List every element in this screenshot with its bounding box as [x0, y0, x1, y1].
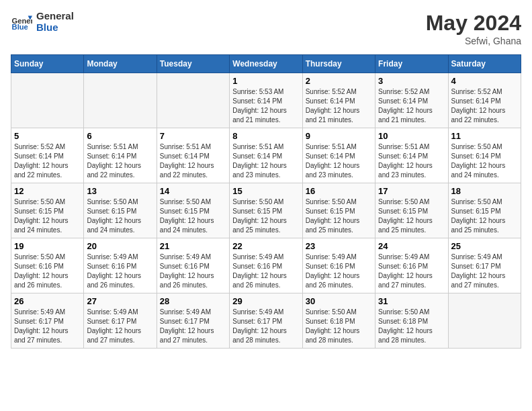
day-info: Sunrise: 5:49 AM Sunset: 6:17 PM Dayligh… — [14, 308, 81, 345]
day-number: 4 — [451, 76, 518, 86]
calendar-cell: 18Sunrise: 5:50 AM Sunset: 6:15 PM Dayli… — [448, 183, 521, 238]
calendar-cell: 17Sunrise: 5:50 AM Sunset: 6:15 PM Dayli… — [375, 183, 448, 238]
calendar-header-row: SundayMondayTuesdayWednesdayThursdayFrid… — [11, 55, 521, 73]
day-number: 15 — [232, 186, 299, 196]
day-info: Sunrise: 5:50 AM Sunset: 6:18 PM Dayligh… — [306, 308, 372, 345]
calendar-cell: 15Sunrise: 5:50 AM Sunset: 6:15 PM Dayli… — [230, 183, 302, 238]
calendar-cell: 31Sunrise: 5:50 AM Sunset: 6:18 PM Dayli… — [375, 293, 448, 349]
title-block: May 2024 Sefwi, Ghana — [426, 11, 521, 46]
day-info: Sunrise: 5:50 AM Sunset: 6:15 PM Dayligh… — [160, 197, 226, 235]
column-header-tuesday: Tuesday — [157, 55, 229, 73]
day-number: 22 — [232, 241, 299, 251]
calendar-cell: 11Sunrise: 5:50 AM Sunset: 6:14 PM Dayli… — [448, 128, 521, 183]
day-number: 23 — [306, 241, 372, 251]
day-info: Sunrise: 5:49 AM Sunset: 6:17 PM Dayligh… — [451, 253, 518, 290]
calendar-week-row: 5Sunrise: 5:52 AM Sunset: 6:14 PM Daylig… — [11, 128, 521, 183]
day-info: Sunrise: 5:51 AM Sunset: 6:14 PM Dayligh… — [232, 142, 299, 180]
day-number: 30 — [306, 296, 372, 306]
calendar-cell: 26Sunrise: 5:49 AM Sunset: 6:17 PM Dayli… — [11, 293, 84, 349]
calendar-cell: 6Sunrise: 5:51 AM Sunset: 6:14 PM Daylig… — [84, 128, 157, 183]
calendar-cell: 8Sunrise: 5:51 AM Sunset: 6:14 PM Daylig… — [230, 128, 302, 183]
day-info: Sunrise: 5:52 AM Sunset: 6:14 PM Dayligh… — [451, 87, 518, 125]
calendar-cell: 25Sunrise: 5:49 AM Sunset: 6:17 PM Dayli… — [448, 238, 521, 293]
day-info: Sunrise: 5:50 AM Sunset: 6:15 PM Dayligh… — [14, 197, 81, 235]
calendar-cell — [448, 293, 521, 349]
day-info: Sunrise: 5:49 AM Sunset: 6:16 PM Dayligh… — [232, 253, 299, 290]
calendar-week-row: 1Sunrise: 5:53 AM Sunset: 6:14 PM Daylig… — [11, 73, 521, 128]
day-info: Sunrise: 5:51 AM Sunset: 6:14 PM Dayligh… — [87, 142, 153, 180]
calendar-cell: 29Sunrise: 5:49 AM Sunset: 6:17 PM Dayli… — [230, 293, 302, 349]
calendar-cell: 21Sunrise: 5:49 AM Sunset: 6:16 PM Dayli… — [157, 238, 229, 293]
day-number: 20 — [87, 241, 153, 251]
day-number: 1 — [232, 76, 299, 86]
day-number: 7 — [160, 131, 226, 141]
page-header: General Blue General Blue May 2024 Sefwi… — [11, 11, 521, 46]
calendar-cell: 4Sunrise: 5:52 AM Sunset: 6:14 PM Daylig… — [448, 73, 521, 128]
day-number: 5 — [14, 131, 81, 141]
day-info: Sunrise: 5:51 AM Sunset: 6:14 PM Dayligh… — [378, 142, 445, 180]
calendar-cell: 23Sunrise: 5:49 AM Sunset: 6:16 PM Dayli… — [302, 238, 375, 293]
calendar-cell: 5Sunrise: 5:52 AM Sunset: 6:14 PM Daylig… — [11, 128, 84, 183]
day-number: 2 — [306, 76, 372, 86]
day-info: Sunrise: 5:52 AM Sunset: 6:14 PM Dayligh… — [378, 87, 445, 125]
day-info: Sunrise: 5:51 AM Sunset: 6:14 PM Dayligh… — [306, 142, 372, 180]
calendar-table: SundayMondayTuesdayWednesdayThursdayFrid… — [11, 54, 521, 349]
calendar-cell: 13Sunrise: 5:50 AM Sunset: 6:15 PM Dayli… — [84, 183, 157, 238]
day-number: 3 — [378, 76, 445, 86]
calendar-week-row: 19Sunrise: 5:50 AM Sunset: 6:16 PM Dayli… — [11, 238, 521, 293]
day-number: 26 — [14, 296, 81, 306]
day-number: 10 — [378, 131, 445, 141]
day-info: Sunrise: 5:49 AM Sunset: 6:17 PM Dayligh… — [160, 308, 226, 345]
day-number: 27 — [87, 296, 153, 306]
day-number: 31 — [378, 296, 445, 306]
location-subtitle: Sefwi, Ghana — [426, 36, 521, 46]
day-info: Sunrise: 5:52 AM Sunset: 6:14 PM Dayligh… — [306, 87, 372, 125]
column-header-friday: Friday — [375, 55, 448, 73]
calendar-week-row: 12Sunrise: 5:50 AM Sunset: 6:15 PM Dayli… — [11, 183, 521, 238]
day-number: 18 — [451, 186, 518, 196]
calendar-cell — [11, 73, 84, 128]
day-number: 8 — [232, 131, 299, 141]
svg-text:Blue: Blue — [12, 23, 28, 31]
day-number: 29 — [232, 296, 299, 306]
day-number: 19 — [14, 241, 81, 251]
day-number: 13 — [87, 186, 153, 196]
month-year-title: May 2024 — [426, 11, 521, 36]
day-info: Sunrise: 5:50 AM Sunset: 6:15 PM Dayligh… — [87, 197, 153, 235]
day-info: Sunrise: 5:49 AM Sunset: 6:16 PM Dayligh… — [87, 253, 153, 290]
calendar-cell: 10Sunrise: 5:51 AM Sunset: 6:14 PM Dayli… — [375, 128, 448, 183]
logo-general: General — [36, 11, 74, 22]
calendar-cell — [84, 73, 157, 128]
column-header-sunday: Sunday — [11, 55, 84, 73]
day-info: Sunrise: 5:50 AM Sunset: 6:18 PM Dayligh… — [378, 308, 445, 345]
day-info: Sunrise: 5:50 AM Sunset: 6:15 PM Dayligh… — [232, 197, 299, 235]
calendar-cell: 24Sunrise: 5:49 AM Sunset: 6:16 PM Dayli… — [375, 238, 448, 293]
day-info: Sunrise: 5:51 AM Sunset: 6:14 PM Dayligh… — [160, 142, 226, 180]
calendar-cell: 30Sunrise: 5:50 AM Sunset: 6:18 PM Dayli… — [302, 293, 375, 349]
calendar-cell: 2Sunrise: 5:52 AM Sunset: 6:14 PM Daylig… — [302, 73, 375, 128]
calendar-cell: 9Sunrise: 5:51 AM Sunset: 6:14 PM Daylig… — [302, 128, 375, 183]
day-info: Sunrise: 5:50 AM Sunset: 6:15 PM Dayligh… — [378, 197, 445, 235]
day-number: 11 — [451, 131, 518, 141]
calendar-cell — [157, 73, 229, 128]
calendar-cell: 1Sunrise: 5:53 AM Sunset: 6:14 PM Daylig… — [230, 73, 302, 128]
calendar-week-row: 26Sunrise: 5:49 AM Sunset: 6:17 PM Dayli… — [11, 293, 521, 349]
day-number: 25 — [451, 241, 518, 251]
day-info: Sunrise: 5:49 AM Sunset: 6:17 PM Dayligh… — [232, 308, 299, 345]
column-header-saturday: Saturday — [448, 55, 521, 73]
calendar-cell: 28Sunrise: 5:49 AM Sunset: 6:17 PM Dayli… — [157, 293, 229, 349]
day-info: Sunrise: 5:49 AM Sunset: 6:16 PM Dayligh… — [378, 253, 445, 290]
day-number: 24 — [378, 241, 445, 251]
calendar-cell: 12Sunrise: 5:50 AM Sunset: 6:15 PM Dayli… — [11, 183, 84, 238]
day-info: Sunrise: 5:50 AM Sunset: 6:15 PM Dayligh… — [451, 197, 518, 235]
day-info: Sunrise: 5:52 AM Sunset: 6:14 PM Dayligh… — [14, 142, 81, 180]
calendar-cell: 22Sunrise: 5:49 AM Sunset: 6:16 PM Dayli… — [230, 238, 302, 293]
day-number: 12 — [14, 186, 81, 196]
calendar-cell: 20Sunrise: 5:49 AM Sunset: 6:16 PM Dayli… — [84, 238, 157, 293]
calendar-cell: 14Sunrise: 5:50 AM Sunset: 6:15 PM Dayli… — [157, 183, 229, 238]
day-number: 17 — [378, 186, 445, 196]
column-header-thursday: Thursday — [302, 55, 375, 73]
column-header-monday: Monday — [84, 55, 157, 73]
day-info: Sunrise: 5:49 AM Sunset: 6:16 PM Dayligh… — [160, 253, 226, 290]
day-number: 21 — [160, 241, 226, 251]
